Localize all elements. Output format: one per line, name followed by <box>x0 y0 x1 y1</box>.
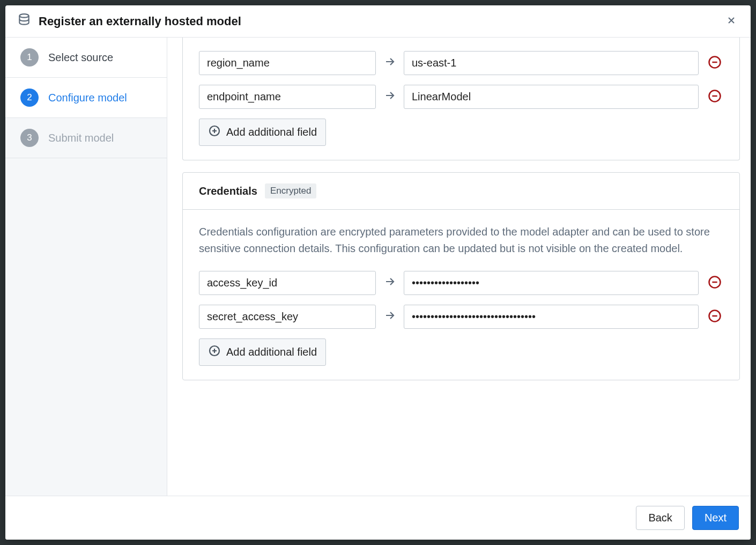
config-key-input[interactable] <box>199 51 376 75</box>
credential-key-input[interactable] <box>199 305 376 329</box>
credentials-body: Credentials configuration are encrypted … <box>183 210 686 380</box>
credential-row <box>199 305 686 329</box>
dialog-header: Register an externally hosted model <box>5 5 686 38</box>
step-number-badge: 2 <box>20 89 39 107</box>
credentials-panel: Credentials Encrypted Credentials config… <box>182 172 686 380</box>
credential-key-input[interactable] <box>199 271 376 295</box>
add-button-label: Add additional field <box>226 126 317 138</box>
step-label: Configure model <box>48 92 127 104</box>
config-value-input[interactable] <box>404 51 686 75</box>
plus-circle-icon <box>208 344 221 360</box>
config-value-input[interactable] <box>404 85 686 109</box>
arrow-right-icon <box>383 275 396 291</box>
arrow-right-icon <box>383 309 396 325</box>
encrypted-tag: Encrypted <box>265 183 317 198</box>
step-label: Select source <box>48 51 113 64</box>
step-number-badge: 3 <box>20 129 39 147</box>
credential-row <box>199 271 686 295</box>
step-label: Submit model <box>48 132 114 144</box>
credential-value-input[interactable] <box>404 305 686 329</box>
add-credential-field-button[interactable]: Add additional field <box>199 338 326 366</box>
config-row <box>199 51 686 75</box>
dialog-body: 1 Select source 2 Configure model 3 Subm… <box>5 38 686 495</box>
credentials-header: Credentials Encrypted <box>183 173 686 210</box>
config-key-input[interactable] <box>199 85 376 109</box>
database-icon <box>17 13 31 30</box>
config-panel-body: Add additional field <box>183 38 686 160</box>
config-row <box>199 85 686 109</box>
plus-circle-icon <box>208 124 221 140</box>
config-panel: Add additional field <box>182 38 686 160</box>
main-content: Add additional field Credentials Encrypt… <box>167 38 686 495</box>
arrow-right-icon <box>383 89 396 105</box>
arrow-right-icon <box>383 55 396 71</box>
credentials-description: Credentials configuration are encrypted … <box>199 224 686 257</box>
add-config-field-button[interactable]: Add additional field <box>199 119 326 146</box>
step-number-badge: 1 <box>20 48 39 67</box>
register-model-dialog: Register an externally hosted model 1 Se… <box>5 5 686 495</box>
step-sidebar: 1 Select source 2 Configure model 3 Subm… <box>5 38 167 495</box>
credentials-title: Credentials <box>199 185 257 197</box>
dialog-title: Register an externally hosted model <box>39 14 686 28</box>
add-button-label: Add additional field <box>226 346 317 358</box>
step-select-source[interactable]: 1 Select source <box>5 38 167 78</box>
svg-point-0 <box>19 14 28 18</box>
step-configure-model[interactable]: 2 Configure model <box>5 78 167 118</box>
step-submit-model: 3 Submit model <box>5 118 167 158</box>
credential-value-input[interactable] <box>404 271 686 295</box>
